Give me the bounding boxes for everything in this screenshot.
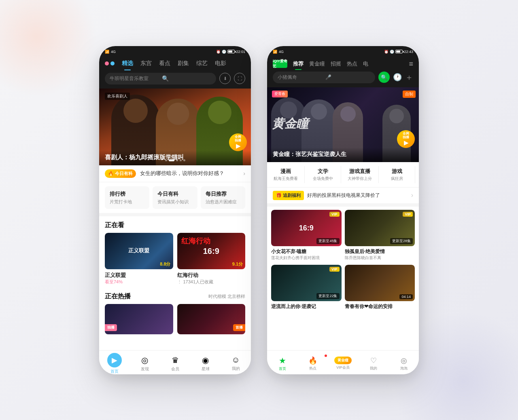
nav-label-discover: 发现 [141, 366, 149, 372]
home-star-icon: ★ [279, 356, 286, 365]
nav-label-vip: 会员 [171, 366, 179, 372]
status-left2: 📶 4G [273, 50, 284, 54]
iq-nav-tab-vip[interactable]: 黄金瞳 VIP会员 [328, 354, 358, 370]
iq-hero-title: 黄金瞳：张艺兴鉴宝逆袭人生 [273, 151, 413, 158]
hot-thumb-2[interactable]: 首播 [177, 304, 246, 334]
vip-icon: ♛ [172, 355, 179, 365]
video-score-redsea: 9.1分 [232, 261, 243, 267]
status-right2: ⏰ 🕐 22:43 [384, 50, 413, 54]
iq-hero-banner[interactable]: 爱青春 自制 黄金瞳 全网 独播 ▶ 黄金瞳：张艺兴鉴宝逆袭人生 [267, 87, 419, 162]
nav-tab-mine[interactable]: ☺ 我的 [221, 353, 251, 371]
mic-icon[interactable]: 🎤 [325, 74, 371, 80]
iq-vid-card-2[interactable]: VIP 更新至28集 独孤皇后·绝美爱情 陈乔恩陈晓白首不离 [345, 210, 415, 262]
iq-nav-tuijian[interactable]: 推荐 [293, 60, 304, 68]
nav-label-star: 星球 [202, 366, 210, 372]
nav-tab-vip[interactable]: ♛ 会员 [160, 353, 190, 372]
plus-icon[interactable]: ＋ [405, 72, 413, 83]
nav-item-juju[interactable]: 剧集 [178, 60, 189, 67]
iq-cat-wenxue[interactable]: 文学 全场免费中 [305, 166, 341, 183]
iq-nav-label-hot: 热点 [309, 366, 316, 371]
video-thumb-justice: 正义联盟 8.8分 [105, 233, 173, 269]
iq-nav-zhaoyao[interactable]: 招摇 [331, 60, 341, 68]
iq-cat-sub: 疯狂房 [391, 176, 403, 182]
video-title-justice: 正义联盟 [105, 272, 173, 279]
exclusive-badge: 全网 独播 ▶ [229, 133, 247, 151]
cat-card-science[interactable]: 今日有科 资讯搞笑小知识 [153, 186, 197, 209]
video-card-justice[interactable]: 正义联盟 8.8分 正义联盟 看至74% [105, 233, 173, 287]
nav-item-donggong[interactable]: 东宫 [140, 60, 152, 67]
iq-chase-banner[interactable]: 🎁 追剧福利 好用的投屏黑科技电视果又降价了 › [267, 188, 419, 207]
iq-cat-title: 游戏直播 [349, 168, 370, 175]
nav-tab-star[interactable]: ◉ 星球 [190, 353, 221, 372]
iq-vid-thumb-4: 04:14 [345, 265, 415, 301]
iq-search-placeholder: 小猪佩奇 [278, 74, 323, 81]
first-play-tag: 首播 [233, 324, 245, 331]
iq-nav-label-bubble: 泡泡 [400, 366, 408, 371]
iq-nav-tab-mine[interactable]: ♡ 我的 [358, 354, 388, 371]
iq-vid-card-4[interactable]: 04:14 青春有你❤命运的安排 [345, 265, 415, 311]
dot1 [165, 159, 167, 161]
cat-sub: 片荒打卡地 [110, 199, 144, 205]
search-input-wrap[interactable]: 牛班明星音乐教室 🔍 [105, 73, 216, 84]
cat-title: 排行榜 [110, 190, 144, 198]
iq-nav-tab-home[interactable]: ★ 首页 [267, 353, 297, 371]
hero-banner-phone1[interactable]: 欢乐喜剧人 全网 独播 ▶ 喜剧人：杨九郎摇滚版学猫叫 [99, 89, 251, 165]
cat-card-recommend[interactable]: 每日推荐 治愈选片困难症 [201, 186, 245, 209]
video-title-redsea: 红海行动 [177, 272, 246, 279]
mine-icon: ☺ [231, 355, 240, 365]
cat-sub: 治愈选片困难症 [206, 199, 240, 205]
vip-nav-button: 黄金瞳 [334, 357, 352, 364]
hot-thumb-1[interactable]: 独播 [105, 304, 173, 334]
menu-icon[interactable]: ≡ [409, 60, 413, 68]
iq-vid-thumb-3: VIP 更新至22集 [271, 265, 342, 301]
show-title-overlay: 黄金瞳 [272, 116, 308, 132]
nav-item-jingxuan[interactable]: 精选 [122, 60, 133, 67]
status-bar-phone1: 📶 4G ⏰ 🕐 22:01 [99, 46, 251, 57]
iq-nav-huangjintong[interactable]: 黄金瞳 [309, 60, 325, 68]
video-info-justice: 正义联盟 看至74% [105, 269, 173, 287]
search-button[interactable]: 🔍 [378, 72, 390, 83]
video-info-redsea: 红海行动 ⋮ 17341人已收藏 [177, 269, 246, 287]
hero-overlay: 喜剧人：杨九郎摇滚版学猫叫 [99, 150, 251, 165]
iq-nav-dian[interactable]: 电 [363, 60, 368, 68]
battery-icon2 [395, 50, 403, 53]
hot-dot [325, 355, 327, 357]
bilibili-logo [105, 61, 115, 65]
nav-item-diany[interactable]: 电影 [215, 60, 226, 67]
iq-vid-sub-2: 陈乔恩陈晓白首不离 [345, 255, 415, 261]
cat-card-ranking[interactable]: 排行榜 片荒打卡地 [105, 186, 149, 209]
nav-item-zongyi[interactable]: 综艺 [196, 60, 208, 67]
iq-vid-card-3[interactable]: VIP 更新至22集 逆流而上的你·逆袭记 [271, 265, 342, 311]
phone1-nav: 精选 东宫 看点 剧集 综艺 电影 [99, 57, 251, 70]
hot-meta: 时代楷模 北京榜样 [208, 293, 245, 300]
bubble-icon: ◎ [401, 356, 407, 365]
iq-vid-title-1: 小女花不弃·嗑糖 [271, 248, 342, 255]
nav-tab-discover[interactable]: ◎ 发现 [130, 353, 160, 372]
history-icon[interactable]: 🕐 [393, 73, 402, 82]
video-meta-justice: 看至74% [105, 279, 173, 285]
iq-vid-card-1[interactable]: 16:9 VIP 更新至45集 小女花不弃·嗑糖 莲花夫妇齐心携手面对困境 [271, 210, 342, 262]
iq-cat-manga[interactable]: 漫画 航海王免费看 [267, 166, 305, 183]
battery-icon [227, 50, 235, 53]
iq-cat-game-live[interactable]: 游戏直播 大神带你上分 [341, 166, 379, 183]
ep-count-1: 更新至45集 [316, 238, 339, 244]
nav-tab-home[interactable]: ▶ 首页 [99, 350, 130, 374]
search-icon: 🔍 [162, 75, 212, 82]
iq-nav-tab-hot[interactable]: 🔥 热点 [297, 354, 328, 371]
daily-science-banner[interactable]: 🔥 今日有科 女生的哪些暗示，说明你对你好感？ › [99, 165, 251, 182]
iq-search-wrap[interactable]: 小猪佩奇 🎤 [273, 72, 375, 83]
iq-vid-title-3: 逆流而上的你·逆袭记 [271, 303, 342, 310]
iq-cat-sub: 航海王免费看 [274, 176, 298, 182]
iq-nav-redian[interactable]: 热点 [347, 60, 357, 68]
nav-item-kandian[interactable]: 看点 [159, 60, 170, 67]
iq-nav-tab-bubble[interactable]: ◎ 泡泡 [388, 354, 419, 371]
expand-icon[interactable]: ⛶ [234, 73, 245, 84]
video-card-redsea[interactable]: 16:9 红海行动 9.1分 红海行动 ⋮ 17341人已收藏 [177, 233, 246, 287]
dot3 [176, 159, 178, 161]
dot4 [180, 159, 182, 161]
download-icon[interactable]: ⬇ [219, 73, 231, 84]
home-icon: ▶ [107, 353, 122, 367]
discover-icon: ◎ [141, 355, 148, 365]
iq-cat-game[interactable]: 游戏 疯狂房 [379, 166, 415, 183]
alarm-icon2: ⏰ [384, 50, 388, 54]
